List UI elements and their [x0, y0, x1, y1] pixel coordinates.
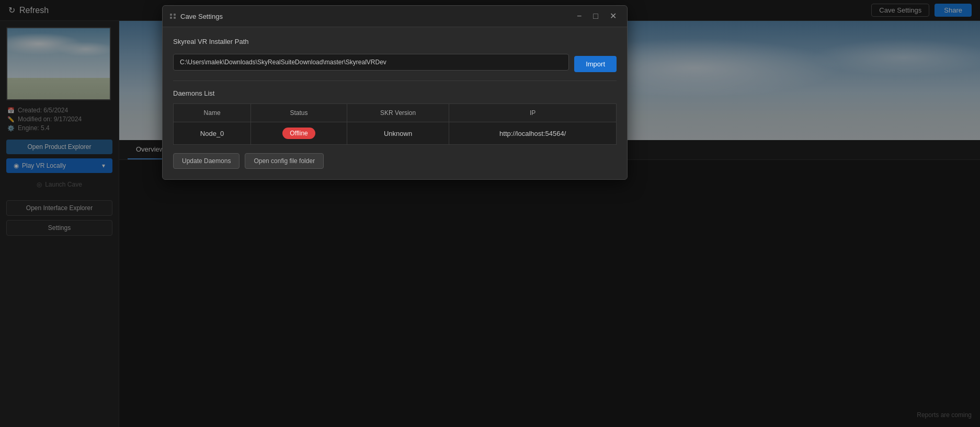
modal-title: Cave Settings	[180, 13, 223, 20]
modal-overlay: Cave Settings − □ ✕ Skyreal VR Installer…	[0, 0, 980, 427]
open-config-folder-button[interactable]: Open config file folder	[245, 153, 324, 169]
dot-3	[170, 17, 172, 19]
daemon-skr-version: Unknown	[347, 122, 449, 145]
col-ip: IP	[449, 104, 617, 122]
col-status: Status	[251, 104, 347, 122]
modal-minimize-button[interactable]: −	[574, 11, 585, 21]
dot-4	[174, 17, 176, 19]
import-button[interactable]: Import	[574, 56, 617, 72]
daemon-ip: http://localhost:54564/	[449, 122, 617, 145]
dot-1	[170, 14, 172, 16]
modal-titlebar: Cave Settings − □ ✕	[163, 6, 627, 27]
installer-path-row: Import	[173, 52, 617, 72]
table-row: Node_0 Offline Unknown http://localhost:…	[174, 122, 617, 145]
daemon-status: Offline	[251, 122, 347, 145]
daemon-name: Node_0	[174, 122, 251, 145]
modal-close-button[interactable]: ✕	[607, 11, 620, 21]
modal-body: Skyreal VR Installer Path Import Daemons…	[163, 27, 627, 179]
update-daemons-button[interactable]: Update Daemons	[173, 153, 240, 169]
daemons-table-header: Name Status SKR Version IP	[174, 104, 617, 122]
status-badge-offline: Offline	[282, 128, 315, 139]
cave-settings-modal: Cave Settings − □ ✕ Skyreal VR Installer…	[162, 5, 628, 180]
col-name: Name	[174, 104, 251, 122]
col-skr-version: SKR Version	[347, 104, 449, 122]
modal-window-controls: − □ ✕	[574, 11, 620, 21]
section-divider	[173, 80, 617, 81]
installer-path-input[interactable]	[173, 54, 569, 71]
installer-path-section-title: Skyreal VR Installer Path	[173, 38, 617, 45]
dot-2	[174, 14, 176, 16]
modal-maximize-button[interactable]: □	[590, 11, 601, 21]
modal-title-left: Cave Settings	[170, 13, 223, 20]
daemons-section-title: Daemons List	[173, 89, 617, 97]
daemons-table: Name Status SKR Version IP Node_0 Offlin…	[173, 103, 617, 145]
daemon-actions: Update Daemons Open config file folder	[173, 153, 617, 169]
modal-app-icon	[170, 14, 176, 19]
